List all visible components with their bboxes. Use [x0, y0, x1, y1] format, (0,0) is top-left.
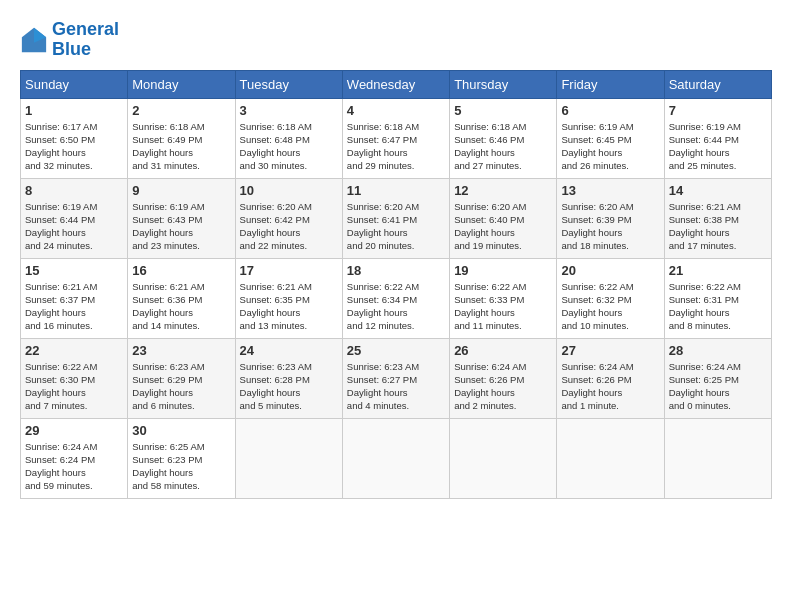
- day-number: 29: [25, 423, 123, 438]
- day-info: Sunrise: 6:21 AMSunset: 6:35 PMDaylight …: [240, 280, 338, 333]
- day-number: 28: [669, 343, 767, 358]
- logo: General Blue: [20, 20, 119, 60]
- calendar-cell: 19Sunrise: 6:22 AMSunset: 6:33 PMDayligh…: [450, 258, 557, 338]
- day-info: Sunrise: 6:22 AMSunset: 6:33 PMDaylight …: [454, 280, 552, 333]
- calendar-cell: [450, 418, 557, 498]
- day-info: Sunrise: 6:18 AMSunset: 6:47 PMDaylight …: [347, 120, 445, 173]
- calendar-cell: 29Sunrise: 6:24 AMSunset: 6:24 PMDayligh…: [21, 418, 128, 498]
- calendar-cell: 7Sunrise: 6:19 AMSunset: 6:44 PMDaylight…: [664, 98, 771, 178]
- day-info: Sunrise: 6:24 AMSunset: 6:26 PMDaylight …: [561, 360, 659, 413]
- calendar-cell: 9Sunrise: 6:19 AMSunset: 6:43 PMDaylight…: [128, 178, 235, 258]
- day-number: 19: [454, 263, 552, 278]
- day-info: Sunrise: 6:18 AMSunset: 6:48 PMDaylight …: [240, 120, 338, 173]
- calendar-cell: 11Sunrise: 6:20 AMSunset: 6:41 PMDayligh…: [342, 178, 449, 258]
- day-number: 27: [561, 343, 659, 358]
- day-info: Sunrise: 6:19 AMSunset: 6:45 PMDaylight …: [561, 120, 659, 173]
- calendar-cell: 4Sunrise: 6:18 AMSunset: 6:47 PMDaylight…: [342, 98, 449, 178]
- day-info: Sunrise: 6:22 AMSunset: 6:30 PMDaylight …: [25, 360, 123, 413]
- day-number: 12: [454, 183, 552, 198]
- day-number: 9: [132, 183, 230, 198]
- calendar-cell: [235, 418, 342, 498]
- day-number: 30: [132, 423, 230, 438]
- calendar-cell: 23Sunrise: 6:23 AMSunset: 6:29 PMDayligh…: [128, 338, 235, 418]
- calendar-cell: 16Sunrise: 6:21 AMSunset: 6:36 PMDayligh…: [128, 258, 235, 338]
- calendar-cell: 12Sunrise: 6:20 AMSunset: 6:40 PMDayligh…: [450, 178, 557, 258]
- day-info: Sunrise: 6:23 AMSunset: 6:27 PMDaylight …: [347, 360, 445, 413]
- calendar-week-row: 15Sunrise: 6:21 AMSunset: 6:37 PMDayligh…: [21, 258, 772, 338]
- calendar-cell: 2Sunrise: 6:18 AMSunset: 6:49 PMDaylight…: [128, 98, 235, 178]
- day-number: 23: [132, 343, 230, 358]
- calendar-cell: 26Sunrise: 6:24 AMSunset: 6:26 PMDayligh…: [450, 338, 557, 418]
- header: General Blue: [20, 20, 772, 60]
- day-info: Sunrise: 6:22 AMSunset: 6:34 PMDaylight …: [347, 280, 445, 333]
- calendar-cell: 27Sunrise: 6:24 AMSunset: 6:26 PMDayligh…: [557, 338, 664, 418]
- day-number: 10: [240, 183, 338, 198]
- day-info: Sunrise: 6:20 AMSunset: 6:40 PMDaylight …: [454, 200, 552, 253]
- calendar-cell: 8Sunrise: 6:19 AMSunset: 6:44 PMDaylight…: [21, 178, 128, 258]
- day-info: Sunrise: 6:17 AMSunset: 6:50 PMDaylight …: [25, 120, 123, 173]
- day-of-week-header: Monday: [128, 70, 235, 98]
- calendar-cell: 5Sunrise: 6:18 AMSunset: 6:46 PMDaylight…: [450, 98, 557, 178]
- calendar-week-row: 22Sunrise: 6:22 AMSunset: 6:30 PMDayligh…: [21, 338, 772, 418]
- day-info: Sunrise: 6:20 AMSunset: 6:42 PMDaylight …: [240, 200, 338, 253]
- day-info: Sunrise: 6:22 AMSunset: 6:32 PMDaylight …: [561, 280, 659, 333]
- day-info: Sunrise: 6:21 AMSunset: 6:36 PMDaylight …: [132, 280, 230, 333]
- day-info: Sunrise: 6:20 AMSunset: 6:41 PMDaylight …: [347, 200, 445, 253]
- day-info: Sunrise: 6:24 AMSunset: 6:25 PMDaylight …: [669, 360, 767, 413]
- calendar-cell: 18Sunrise: 6:22 AMSunset: 6:34 PMDayligh…: [342, 258, 449, 338]
- calendar-cell: 28Sunrise: 6:24 AMSunset: 6:25 PMDayligh…: [664, 338, 771, 418]
- day-number: 24: [240, 343, 338, 358]
- day-number: 20: [561, 263, 659, 278]
- day-of-week-header: Wednesday: [342, 70, 449, 98]
- day-info: Sunrise: 6:18 AMSunset: 6:46 PMDaylight …: [454, 120, 552, 173]
- calendar-cell: [557, 418, 664, 498]
- day-info: Sunrise: 6:24 AMSunset: 6:24 PMDaylight …: [25, 440, 123, 493]
- day-info: Sunrise: 6:19 AMSunset: 6:44 PMDaylight …: [25, 200, 123, 253]
- calendar-week-row: 29Sunrise: 6:24 AMSunset: 6:24 PMDayligh…: [21, 418, 772, 498]
- day-number: 5: [454, 103, 552, 118]
- calendar-cell: 21Sunrise: 6:22 AMSunset: 6:31 PMDayligh…: [664, 258, 771, 338]
- day-info: Sunrise: 6:20 AMSunset: 6:39 PMDaylight …: [561, 200, 659, 253]
- calendar-cell: 15Sunrise: 6:21 AMSunset: 6:37 PMDayligh…: [21, 258, 128, 338]
- day-of-week-header: Friday: [557, 70, 664, 98]
- day-of-week-header: Tuesday: [235, 70, 342, 98]
- day-of-week-header: Sunday: [21, 70, 128, 98]
- day-info: Sunrise: 6:24 AMSunset: 6:26 PMDaylight …: [454, 360, 552, 413]
- calendar-cell: 30Sunrise: 6:25 AMSunset: 6:23 PMDayligh…: [128, 418, 235, 498]
- day-number: 16: [132, 263, 230, 278]
- day-number: 8: [25, 183, 123, 198]
- day-info: Sunrise: 6:21 AMSunset: 6:37 PMDaylight …: [25, 280, 123, 333]
- day-info: Sunrise: 6:19 AMSunset: 6:43 PMDaylight …: [132, 200, 230, 253]
- calendar-cell: 17Sunrise: 6:21 AMSunset: 6:35 PMDayligh…: [235, 258, 342, 338]
- day-of-week-header: Thursday: [450, 70, 557, 98]
- calendar-cell: [664, 418, 771, 498]
- day-number: 15: [25, 263, 123, 278]
- calendar-cell: 14Sunrise: 6:21 AMSunset: 6:38 PMDayligh…: [664, 178, 771, 258]
- calendar-week-row: 1Sunrise: 6:17 AMSunset: 6:50 PMDaylight…: [21, 98, 772, 178]
- day-number: 3: [240, 103, 338, 118]
- day-number: 21: [669, 263, 767, 278]
- day-info: Sunrise: 6:22 AMSunset: 6:31 PMDaylight …: [669, 280, 767, 333]
- logo-text: General Blue: [52, 20, 119, 60]
- day-number: 26: [454, 343, 552, 358]
- day-info: Sunrise: 6:19 AMSunset: 6:44 PMDaylight …: [669, 120, 767, 173]
- day-number: 14: [669, 183, 767, 198]
- calendar-cell: 6Sunrise: 6:19 AMSunset: 6:45 PMDaylight…: [557, 98, 664, 178]
- calendar-cell: [342, 418, 449, 498]
- day-number: 4: [347, 103, 445, 118]
- calendar-cell: 22Sunrise: 6:22 AMSunset: 6:30 PMDayligh…: [21, 338, 128, 418]
- calendar-cell: 3Sunrise: 6:18 AMSunset: 6:48 PMDaylight…: [235, 98, 342, 178]
- calendar-cell: 24Sunrise: 6:23 AMSunset: 6:28 PMDayligh…: [235, 338, 342, 418]
- calendar-cell: 20Sunrise: 6:22 AMSunset: 6:32 PMDayligh…: [557, 258, 664, 338]
- day-number: 17: [240, 263, 338, 278]
- calendar-cell: 13Sunrise: 6:20 AMSunset: 6:39 PMDayligh…: [557, 178, 664, 258]
- day-info: Sunrise: 6:23 AMSunset: 6:28 PMDaylight …: [240, 360, 338, 413]
- calendar-table: SundayMondayTuesdayWednesdayThursdayFrid…: [20, 70, 772, 499]
- day-of-week-header: Saturday: [664, 70, 771, 98]
- day-number: 7: [669, 103, 767, 118]
- day-number: 13: [561, 183, 659, 198]
- day-number: 11: [347, 183, 445, 198]
- day-info: Sunrise: 6:25 AMSunset: 6:23 PMDaylight …: [132, 440, 230, 493]
- day-number: 25: [347, 343, 445, 358]
- day-number: 22: [25, 343, 123, 358]
